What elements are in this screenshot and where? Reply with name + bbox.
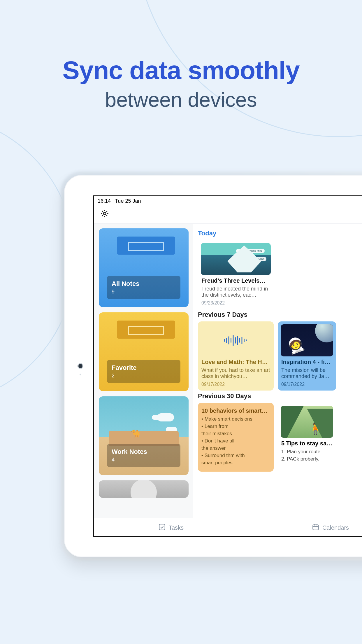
note-title: Love and Math: The H… [201, 359, 270, 365]
chip-label: The Conscious Mind [236, 249, 265, 253]
promo-subhead: between devices [0, 88, 362, 111]
calendar-icon [312, 523, 319, 532]
camera-dot [78, 363, 83, 369]
app-screen: 16:14 Tue 25 Jan All Notes All Notes 9 [93, 195, 362, 537]
note-snippet: Freud delineated the mind in the distinc… [201, 286, 270, 298]
note-thumbnail: 🧑‍🚀 [281, 324, 333, 356]
svg-point-0 [103, 212, 106, 215]
tab-calendars[interactable]: Calendars [312, 523, 349, 532]
notebook-name: All Notes [112, 280, 176, 288]
notebook-name: Favorite [112, 364, 176, 372]
note-thumbnail: 🧍 [281, 406, 333, 438]
svg-rect-12 [159, 524, 165, 530]
notebook-count: 4 [112, 457, 176, 463]
note-date: 09/17/2022 [281, 382, 333, 387]
notebook-card[interactable] [99, 480, 189, 498]
status-bar: 16:14 Tue 25 Jan [94, 196, 362, 206]
notebook-sidebar: All Notes 9 Favorite 2 [94, 224, 193, 518]
note-card[interactable]: 🧍 5 Tips to stay sa… 1. Plan your route.… [278, 403, 336, 472]
note-title: Freud's Three Levels… [201, 277, 270, 284]
promo-block: Sync data smoothly between devices [0, 55, 362, 111]
top-bar: All Notes [94, 206, 362, 224]
notebook-name: Work Notes [112, 448, 176, 456]
notebook-work-notes[interactable]: 🐪 Work Notes 4 [99, 396, 189, 475]
bottom-bar: Tasks Calendars [94, 520, 362, 536]
status-time: 16:14 [98, 198, 111, 204]
note-lines: 1. Plan your route. 2. PACk proberly. [281, 449, 333, 463]
note-title: Inspiration 4 - fir… [281, 359, 333, 365]
note-card[interactable]: Love and Math: The H… What if you had to… [198, 321, 274, 391]
audio-wave-icon [201, 324, 271, 356]
svg-rect-13 [313, 525, 319, 530]
note-bullets: • Make smart decisions • Learn from thei… [201, 416, 270, 466]
notebook-favorite[interactable]: Favorite 2 [99, 312, 189, 391]
note-title: 10 behaviors of smart… [201, 407, 270, 414]
status-date: Tue 25 Jan [115, 198, 141, 204]
tablet-bezel: 16:14 Tue 25 Jan All Notes All Notes 9 [64, 175, 362, 557]
camel-icon: 🐪 [131, 429, 140, 438]
promo-headline: Sync data smoothly [0, 55, 362, 85]
note-card[interactable]: 🧑‍🚀 Inspiration 4 - fir… The mission wil… [278, 321, 336, 391]
tab-tasks[interactable]: Tasks [158, 523, 184, 532]
chip-label: The Preconscious Mind [234, 257, 266, 261]
notebook-all-notes[interactable]: All Notes 9 [99, 228, 189, 307]
cloud-icon [157, 413, 174, 421]
notes-main: Today The Conscious Mind The Preconsciou… [193, 224, 362, 518]
notebook-count: 9 [112, 289, 176, 295]
camera-dot-small [80, 374, 81, 375]
note-thumbnail: The Conscious Mind The Preconscious Mind [201, 243, 271, 275]
note-card[interactable]: The Conscious Mind The Preconscious Mind… [198, 240, 274, 309]
notebook-count: 2 [112, 373, 176, 379]
note-date: 09/17/2022 [201, 382, 270, 387]
hiker-icon: 🧍 [308, 422, 323, 435]
tab-label: Calendars [322, 524, 349, 531]
tab-label: Tasks [169, 524, 184, 531]
note-card[interactable]: 10 behaviors of smart… • Make smart deci… [198, 403, 274, 472]
section-today: Today [198, 230, 362, 237]
settings-icon[interactable] [100, 209, 109, 219]
astronaut-icon: 🧑‍🚀 [285, 334, 307, 356]
check-square-icon [158, 523, 166, 532]
note-date: 09/23/2022 [201, 300, 270, 306]
portrait-icon [131, 480, 157, 498]
note-snippet: What if you had to take an art class in … [201, 367, 270, 379]
section-prev7: Previous 7 Days [198, 311, 362, 318]
note-title: 5 Tips to stay sa… [281, 440, 333, 447]
note-snippet: The mission will be commanded by Ja… [281, 367, 333, 379]
section-prev30: Previous 30 Days [198, 392, 362, 400]
